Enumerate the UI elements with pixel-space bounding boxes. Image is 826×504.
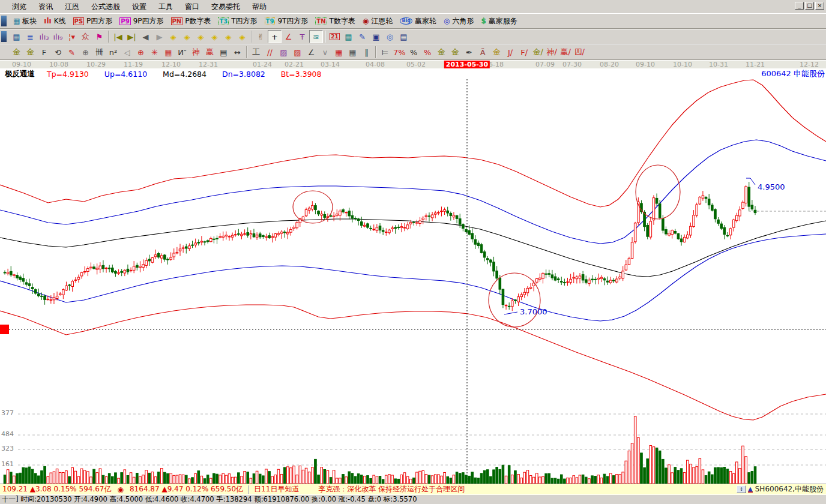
gold-line-button[interactable]: 金∕ <box>531 46 545 59</box>
ink-pen-button[interactable]: ✒ <box>462 46 476 59</box>
grid-red-button[interactable]: ▦ <box>332 46 346 59</box>
clipped-toolbar-button[interactable] <box>1 16 7 26</box>
window-tile-button[interactable]: ▦ <box>10 30 23 43</box>
color-flag-button[interactable]: ⚑ <box>92 30 106 43</box>
curve-tool-button[interactable]: ≋ <box>309 30 323 43</box>
spinner-button[interactable]: ↕ <box>737 485 746 493</box>
chart-3-button[interactable]: ılı₃ <box>37 30 51 43</box>
p-square-button[interactable]: PSP四方形 <box>70 14 116 28</box>
wave-mark-button[interactable]: И″ <box>175 46 189 59</box>
gold-under-button[interactable]: 金 <box>448 46 462 59</box>
menu-item-交易委托[interactable]: 交易委托 <box>205 1 246 13</box>
f-line-button[interactable]: F∕ <box>517 46 531 59</box>
j-line-button[interactable]: J∕ <box>504 46 517 59</box>
main-chart[interactable]: 3774843231614.95003.7000 <box>0 79 826 484</box>
notepad-button[interactable]: ✎ <box>355 30 369 43</box>
menu-item-公式选股[interactable]: 公式选股 <box>85 1 126 13</box>
gann-wheel-button[interactable]: ◉江恩轮 <box>359 14 396 28</box>
web-star-button[interactable]: ✳ <box>148 46 161 59</box>
news-ticker-label[interactable]: 日11日早知道 <box>254 484 299 494</box>
zigzag-button[interactable]: ∨ <box>318 46 332 59</box>
gold-ruler-1-button[interactable]: 金 <box>10 46 23 59</box>
sectors-button[interactable]: ▦板块 <box>10 14 40 28</box>
diamond-compress-button[interactable]: ◈ <box>208 30 222 43</box>
gann-box-button[interactable]: 工 <box>249 46 263 59</box>
circle-target-button[interactable]: ⊕ <box>134 46 148 59</box>
shen-line-button[interactable]: 神∕ <box>545 46 559 59</box>
crosshair-button[interactable]: + <box>268 30 282 43</box>
diamond-shift-right-button[interactable]: ◈ <box>180 30 194 43</box>
toolbar-separator <box>108 31 109 43</box>
menu-item-窗口[interactable]: 窗口 <box>179 1 205 13</box>
t-number-table-button[interactable]: TNT数字表 <box>312 14 359 28</box>
minimize-button[interactable]: _ <box>795 2 804 10</box>
diamond-zoom-horizontal-button[interactable]: ◈ <box>194 30 208 43</box>
web-square-button[interactable]: ▦ <box>161 46 175 59</box>
t9-square-button[interactable]: T99T四方形 <box>261 14 312 28</box>
restore-button[interactable]: □ <box>805 2 814 10</box>
gann-figure-button[interactable]: 众 <box>79 30 92 43</box>
p-number-table-button[interactable]: PNP数字表 <box>167 14 215 28</box>
si-line-button[interactable]: 四∕ <box>573 46 586 59</box>
close-button[interactable]: × <box>815 2 824 10</box>
pencil-measure-button[interactable]: ✎ <box>65 46 79 59</box>
shen-ruler-button[interactable]: 神 <box>189 46 203 59</box>
grid-dark-button[interactable]: ▦ <box>346 46 360 59</box>
ying-ruler-button[interactable]: 赢 <box>203 46 217 59</box>
chart-9-button[interactable]: ılı₉ <box>51 30 65 43</box>
menu-item-工具[interactable]: 工具 <box>152 1 179 13</box>
hand-drag-button[interactable]: ✌ <box>254 30 268 43</box>
news-ticker-headline[interactable]: 李克强：深化改革 保持经济运行处于合理区间 <box>318 484 465 494</box>
parallel-lines-button[interactable]: ∥ <box>360 46 373 59</box>
p9-square-button[interactable]: P99P四方形 <box>116 14 167 28</box>
winner-wheel-button[interactable]: Big赢家轮 <box>396 14 440 28</box>
flag-triangle-button[interactable]: ◁ <box>120 46 134 59</box>
fibonacci-ruler-button[interactable]: F <box>37 46 51 59</box>
gann-circle-button[interactable]: ⊕ <box>79 46 92 59</box>
diamond-shift-left-button[interactable]: ◈ <box>166 30 180 43</box>
remote-computer-button[interactable]: ▤ <box>397 30 411 43</box>
menu-item-设置[interactable]: 设置 <box>126 1 152 13</box>
percent-line-button[interactable]: % <box>421 46 435 59</box>
t-square-button[interactable]: T3T四方形 <box>214 14 261 28</box>
trend-angle-button[interactable]: ∠ <box>304 46 318 59</box>
spiral-button[interactable]: ⟲ <box>51 46 65 59</box>
percent-7-button[interactable]: 7% <box>392 46 407 59</box>
last-bar-button[interactable]: ▶| <box>125 30 139 43</box>
menu-item-浏览[interactable]: 浏览 <box>6 1 32 13</box>
prev-bar-button[interactable]: ◀ <box>139 30 152 43</box>
ruler-123-button[interactable]: ▤ <box>217 46 231 59</box>
percent-button[interactable]: % <box>407 46 421 59</box>
hexagon-button[interactable]: ◎六角形 <box>440 14 477 28</box>
gold-circle-button[interactable]: 金 <box>435 46 448 59</box>
info-panel-button[interactable]: ≣ <box>23 30 37 43</box>
menu-item-帮助[interactable]: 帮助 <box>246 1 273 13</box>
next-bar-button[interactable]: ▶ <box>152 30 166 43</box>
clamp-tool-button[interactable]: Ŧ <box>295 30 309 43</box>
kline-button[interactable]: ılıK线 <box>40 14 69 28</box>
save-button[interactable]: ▣ <box>369 30 383 43</box>
gold-2-button[interactable]: 金 <box>490 46 504 59</box>
tick-ruler-button[interactable]: 卌 <box>92 46 106 59</box>
fan-lines-button[interactable]: ∕∕ <box>263 46 277 59</box>
gold-ruler-2-button[interactable]: 金 <box>23 46 37 59</box>
menu-item-江恩[interactable]: 江恩 <box>59 1 85 13</box>
menu-item-资讯[interactable]: 资讯 <box>32 1 59 13</box>
candle-type-dropdown-button[interactable]: ¦▾ <box>65 30 79 43</box>
network-refresh-button[interactable]: ◎ <box>383 30 397 43</box>
calculator-button[interactable]: ▦ <box>342 30 355 43</box>
angle-measure-button[interactable]: ∠ <box>282 30 295 43</box>
diamond-expand-button[interactable]: ◈ <box>235 30 249 43</box>
fan-box-purple-button[interactable]: ▨ <box>277 46 291 59</box>
a-wave-button[interactable]: Ã <box>476 46 490 59</box>
price-scale-button[interactable]: ⊨ <box>378 46 392 59</box>
winner-service-button[interactable]: $赢家服务 <box>477 14 520 28</box>
n-square-button[interactable]: n² <box>106 46 120 59</box>
ying-line-button[interactable]: 赢∕ <box>559 46 573 59</box>
fan-box-red-button[interactable]: ▨ <box>291 46 304 59</box>
first-bar-button[interactable]: |◀ <box>111 30 125 43</box>
diamond-zoom-all-button[interactable]: ◈ <box>222 30 235 43</box>
clipped-toolbar-button-2[interactable] <box>1 31 7 42</box>
span-measure-button[interactable]: ↔ <box>231 46 244 59</box>
calendar-button[interactable]: 21 <box>328 30 342 43</box>
